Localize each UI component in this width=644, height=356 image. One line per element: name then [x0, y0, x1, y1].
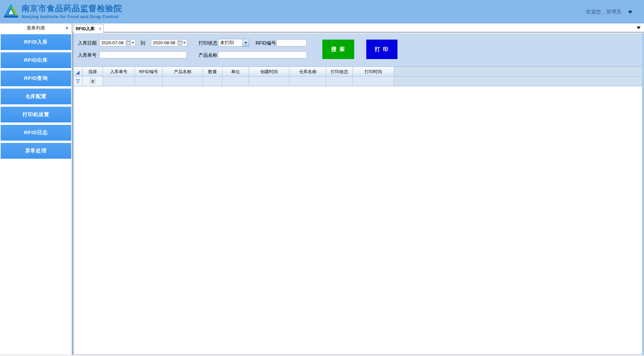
filter-cell-print-status[interactable] — [326, 77, 353, 86]
date-from-picker[interactable]: 2020-07-06 — [99, 39, 136, 46]
user-menu-caret-icon[interactable] — [628, 11, 633, 14]
sidebar-item-rfid-query[interactable]: RFID查询 — [1, 70, 71, 86]
sidebar-item-rfid-log[interactable]: RFID日志 — [1, 125, 71, 141]
column-header-print-time[interactable]: 打印时间 — [353, 67, 394, 77]
date-from-caret-icon[interactable] — [131, 42, 134, 44]
filter-cell-quantity[interactable] — [203, 77, 222, 86]
tab-close-icon[interactable]: × — [99, 26, 101, 32]
tab-label: RFID入库 — [76, 26, 95, 32]
grid-header-filler — [394, 67, 642, 77]
column-header-product-name[interactable]: 产品名称 — [163, 67, 203, 77]
institute-subtitle: Nanjing Institute for Food and Drug Cont… — [21, 14, 122, 19]
select-all-checkbox[interactable] — [90, 79, 95, 84]
to-label: 到 — [141, 40, 145, 46]
filter-cell-order-no[interactable] — [103, 77, 135, 86]
top-banner: 南京市食品药品监督检验院 Nanjing Institute for Food … — [0, 0, 644, 23]
select-filter-cell[interactable] — [83, 77, 103, 86]
rfid-no-input[interactable] — [276, 39, 307, 46]
column-header-create-time[interactable]: 创建时间 — [249, 67, 289, 77]
brand-block: 南京市食品药品监督检验院 Nanjing Institute for Food … — [21, 3, 122, 19]
filter-cell[interactable] — [74, 77, 83, 86]
search-button[interactable]: 搜 索 — [322, 40, 354, 59]
select-all-cell[interactable] — [74, 67, 83, 77]
filter-funnel-icon[interactable] — [76, 79, 80, 84]
column-header-unit[interactable]: 单位 — [222, 67, 249, 77]
checkbox-indeterminate-mark — [92, 80, 94, 83]
combo-caret-icon — [245, 42, 247, 44]
product-name-label: 产品名称 — [199, 52, 217, 58]
sidebar-collapse-icon[interactable]: « — [65, 25, 68, 31]
sidebar-header: 菜单列表 « — [0, 23, 72, 33]
column-header-select[interactable]: 选择 — [83, 67, 103, 77]
date-to-picker[interactable]: 2020-08-06 — [151, 39, 187, 46]
grid-filter-filler — [394, 77, 642, 86]
column-header-warehouse-name[interactable]: 仓库名称 — [289, 67, 326, 77]
order-no-label: 入库单号 — [78, 52, 97, 58]
order-no-input[interactable] — [99, 51, 187, 58]
column-header-rfid-no[interactable]: RFID编号 — [135, 67, 163, 77]
column-header-order-no[interactable]: 入库单号 — [103, 67, 135, 77]
filter-form: 入库日期 2020-07-06 到 2020-08-06 — [74, 33, 642, 66]
print-button[interactable]: 打 印 — [366, 40, 397, 59]
grid-header-row: 选择 入库单号 RFID编号 产品名称 数量 单位 创建时间 仓库名称 打印状态… — [74, 66, 642, 77]
filter-cell-print-time[interactable] — [353, 77, 394, 86]
filter-cell-unit[interactable] — [222, 77, 249, 86]
date-to-value: 2020-08-06 — [151, 40, 177, 45]
filter-cell-warehouse-name[interactable] — [289, 77, 326, 86]
welcome-user-text: 欢迎您，管理员 — [586, 9, 621, 15]
sidebar-item-rfid-inbound[interactable]: RFID入库 — [1, 34, 71, 50]
sidebar-item-printer-settings[interactable]: 打印机设置 — [1, 107, 71, 122]
sidebar-item-rfid-outbound[interactable]: RFID出库 — [1, 52, 71, 68]
calendar-icon[interactable] — [177, 41, 182, 45]
column-header-quantity[interactable]: 数量 — [203, 67, 222, 77]
grid-filter-row — [74, 77, 642, 86]
grid-body-empty — [74, 86, 642, 354]
sidebar-item-exception-handling[interactable]: 异常处理 — [1, 143, 71, 159]
sidebar-title: 菜单列表 — [26, 25, 45, 31]
calendar-icon[interactable] — [126, 41, 131, 45]
rfid-no-label: RFID编号 — [256, 40, 276, 46]
sidebar-menu: RFID入库 RFID出库 RFID查询 仓库配置 打印机设置 RFID日志 异… — [0, 33, 72, 159]
print-status-value: 未打印 — [218, 39, 243, 46]
date-range-label: 入库日期 — [78, 40, 97, 46]
select-all-triangle-icon[interactable] — [76, 71, 79, 74]
filter-cell-rfid-no[interactable] — [135, 77, 163, 86]
app-window: 南京市食品药品监督检验院 Nanjing Institute for Food … — [0, 0, 644, 356]
bottom-status-strip — [0, 355, 644, 356]
date-to-caret-icon[interactable] — [183, 42, 186, 44]
sidebar: 菜单列表 « RFID入库 RFID出库 RFID查询 仓库配置 打印机设置 R… — [0, 23, 72, 355]
column-header-print-status[interactable]: 打印状态 — [326, 67, 353, 77]
main-area: RFID入库 × 入库日期 2020-07-06 — [72, 23, 644, 355]
print-status-select[interactable]: 未打印 — [218, 39, 249, 47]
filter-cell-product-name[interactable] — [163, 77, 203, 86]
tab-overflow-caret-icon[interactable] — [637, 27, 641, 29]
content-panel: 入库日期 2020-07-06 到 2020-08-06 — [72, 33, 644, 355]
tab-bar: RFID入库 × — [72, 23, 644, 33]
product-name-input[interactable] — [218, 51, 307, 58]
print-status-label: 打印状态 — [199, 40, 217, 46]
sidebar-item-warehouse-config[interactable]: 仓库配置 — [1, 89, 71, 104]
institute-logo-icon — [3, 4, 19, 19]
filter-cell-create-time[interactable] — [249, 77, 289, 86]
tab-rfid-inbound[interactable]: RFID入库 × — [73, 24, 104, 33]
institute-title: 南京市食品药品监督检验院 — [21, 3, 122, 14]
date-from-value: 2020-07-06 — [100, 40, 126, 45]
combo-dropdown-button[interactable] — [243, 39, 249, 46]
